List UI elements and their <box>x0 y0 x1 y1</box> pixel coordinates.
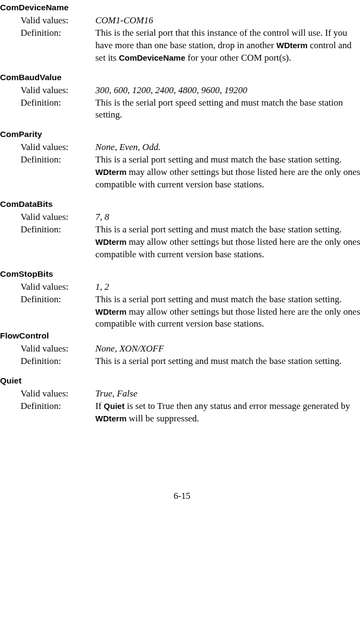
valid-values-row: Valid values: 1, 2 <box>0 281 364 294</box>
valid-values-row: Valid values: 7, 8 <box>0 211 364 224</box>
valid-values-row: Valid values: 300, 600, 1200, 2400, 4800… <box>0 84 364 97</box>
valid-label: Valid values: <box>0 211 95 224</box>
definition-label: Definition: <box>0 294 95 306</box>
valid-values: None, XON/XOFF <box>95 343 364 355</box>
valid-label: Valid values: <box>0 343 95 355</box>
definition-label: Definition: <box>0 27 95 40</box>
valid-label: Valid values: <box>0 388 95 400</box>
definition-label: Definition: <box>0 224 95 236</box>
definition-label: Definition: <box>0 355 95 368</box>
valid-values: COM1-COM16 <box>95 15 364 27</box>
valid-values: True, False <box>95 388 364 400</box>
prop-com-device-name: ComDeviceName Valid values: COM1-COM16 D… <box>0 2 364 64</box>
prop-com-baud-value: ComBaudValue Valid values: 300, 600, 120… <box>0 72 364 122</box>
prop-quiet: Quiet Valid values: True, False Definiti… <box>0 375 364 425</box>
definition-row: Definition: This is a serial port settin… <box>0 224 364 261</box>
valid-values: 1, 2 <box>95 281 364 294</box>
definition-text: If Quiet is set to True then any status … <box>95 400 364 425</box>
page-number: 6-15 <box>0 490 364 503</box>
def-part: for your other COM port(s). <box>185 53 291 63</box>
def-part: This is a serial port setting and must m… <box>95 294 342 304</box>
def-part: If <box>95 401 104 411</box>
definition-text: This is a serial port setting and must m… <box>95 154 364 191</box>
def-part: This is a serial port setting and must m… <box>95 154 342 165</box>
prop-title: ComDataBits <box>0 199 364 210</box>
prop-title: ComDeviceName <box>0 2 364 14</box>
valid-values-row: Valid values: COM1-COM16 <box>0 15 364 27</box>
valid-label: Valid values: <box>0 281 95 294</box>
valid-values-row: Valid values: True, False <box>0 388 364 400</box>
prop-flow-control: FlowControl Valid values: None, XON/XOFF… <box>0 330 364 368</box>
prop-title: Quiet <box>0 375 364 387</box>
def-part: This is a serial port setting and must m… <box>95 224 342 235</box>
def-bold: WDterm <box>95 307 127 316</box>
prop-title: ComBaudValue <box>0 72 364 83</box>
definition-label: Definition: <box>0 400 95 413</box>
prop-title: ComParity <box>0 129 364 140</box>
definition-text: This is the serial port speed setting an… <box>95 97 364 122</box>
definition-label: Definition: <box>0 97 95 109</box>
valid-label: Valid values: <box>0 141 95 154</box>
valid-values-row: Valid values: None, XON/XOFF <box>0 343 364 355</box>
def-part: may allow other settings but those liste… <box>95 307 360 329</box>
def-bold: WDterm <box>276 41 308 50</box>
def-part: may allow other settings but those liste… <box>95 167 360 190</box>
valid-values: 300, 600, 1200, 2400, 4800, 9600, 19200 <box>95 84 364 97</box>
definition-text: This is a serial port setting and must m… <box>95 294 364 331</box>
def-bold: WDterm <box>95 237 127 246</box>
def-part: is set to True then any status and error… <box>125 401 350 411</box>
def-bold: WDterm <box>95 414 127 423</box>
valid-label: Valid values: <box>0 15 95 27</box>
prop-com-data-bits: ComDataBits Valid values: 7, 8 Definitio… <box>0 199 364 261</box>
prop-com-stop-bits: ComStopBits Valid values: 1, 2 Definitio… <box>0 269 364 331</box>
valid-values: None, Even, Odd. <box>95 141 364 154</box>
definition-row: Definition: This is a serial port settin… <box>0 294 364 331</box>
prop-com-parity: ComParity Valid values: None, Even, Odd.… <box>0 129 364 191</box>
definition-row: Definition: This is the serial port spee… <box>0 97 364 122</box>
definition-text: This is a serial port setting and must m… <box>95 355 364 368</box>
definition-row: Definition: This is the serial port that… <box>0 27 364 64</box>
definition-text: This is the serial port that this instan… <box>95 27 364 64</box>
prop-title: ComStopBits <box>0 269 364 280</box>
def-bold: WDterm <box>95 167 127 177</box>
valid-values: 7, 8 <box>95 211 364 224</box>
def-bold: Quiet <box>104 401 125 411</box>
def-bold: ComDeviceName <box>119 53 185 62</box>
prop-title: FlowControl <box>0 330 364 342</box>
definition-label: Definition: <box>0 154 95 166</box>
def-part: may allow other settings but those liste… <box>95 237 360 259</box>
definition-row: Definition: If Quiet is set to True then… <box>0 400 364 425</box>
valid-values-row: Valid values: None, Even, Odd. <box>0 141 364 154</box>
valid-label: Valid values: <box>0 84 95 97</box>
def-part: will be suppressed. <box>127 413 199 424</box>
definition-text: This is a serial port setting and must m… <box>95 224 364 261</box>
definition-row: Definition: This is a serial port settin… <box>0 154 364 191</box>
definition-row: Definition: This is a serial port settin… <box>0 355 364 368</box>
